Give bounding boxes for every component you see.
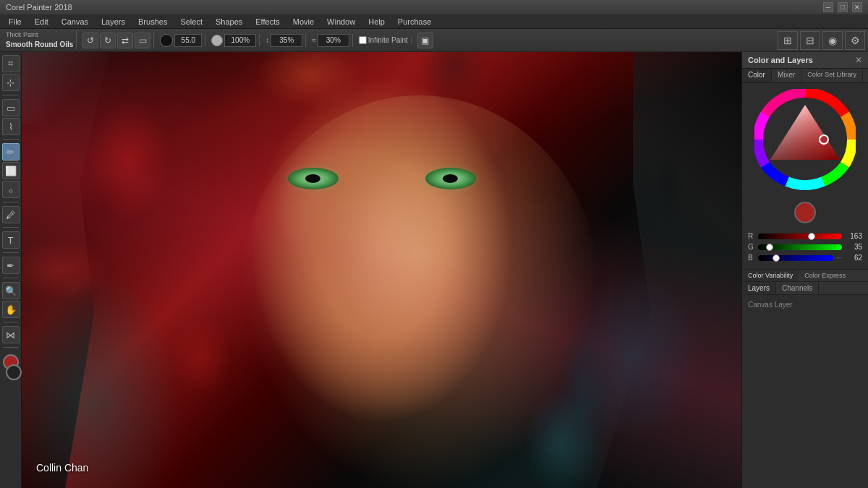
fill-tool[interactable]: ⬦	[2, 181, 20, 198]
mirror-tool[interactable]: ⋈	[2, 326, 20, 343]
tab-color[interactable]: Color	[742, 69, 772, 82]
infinite-paint-control: Infinite Paint	[356, 36, 412, 44]
layers-tabs: Layers Channels	[742, 282, 868, 295]
menu-window[interactable]: Window	[321, 16, 361, 27]
tool-separator-5	[3, 252, 19, 253]
color-tabs: Color Mixer Color Set Library	[742, 69, 868, 83]
svg-marker-3	[770, 105, 840, 160]
minimize-button[interactable]: ─	[823, 2, 833, 12]
brush-shape-square-button[interactable]: ▭	[135, 33, 150, 48]
green-label: G	[748, 243, 755, 251]
canvas-area[interactable]: Collin Chan	[22, 52, 741, 488]
brush-category-label: Thick Paint	[6, 31, 73, 40]
scratch-pad-button[interactable]: ▣	[417, 33, 433, 48]
blue-slider[interactable]	[758, 255, 833, 261]
bleed-input[interactable]	[318, 34, 349, 47]
color-wheel-svg	[754, 89, 856, 190]
main-toolbar: Thick Paint Smooth Round Oils ↺ ↻ ⇄ ▭ ↕ …	[0, 29, 868, 52]
artist-name: Collin Chan	[36, 462, 88, 474]
current-color-swatch[interactable]	[794, 202, 816, 223]
tool-separator-1	[3, 95, 19, 95]
layers-empty-message: Canvas Layer	[745, 298, 865, 312]
main-area: ⌗ ⊹ ▭ ⌇ ✏ ⬜ ⬦ 🖉 T ✒ 🔍 ✋ ⋈	[0, 52, 868, 488]
menu-select[interactable]: Select	[174, 16, 208, 27]
crop-tool[interactable]: ⌗	[2, 55, 20, 72]
zoom-tool[interactable]: 🔍	[2, 282, 20, 299]
menu-bar: File Edit Canvas Layers Brushes Select S…	[0, 14, 868, 29]
menu-shapes[interactable]: Shapes	[210, 16, 248, 27]
color-wheel-container	[742, 83, 868, 196]
rect-select-tool[interactable]: ▭	[2, 99, 20, 116]
brush-tool[interactable]: ✏	[2, 143, 20, 160]
app-title: Corel Painter 2018	[6, 3, 72, 12]
green-value: 35	[845, 243, 862, 251]
green-slider[interactable]	[758, 244, 842, 250]
color-wheel[interactable]	[754, 89, 856, 190]
brush-size-preview	[160, 34, 173, 47]
menu-edit[interactable]: Edit	[29, 16, 54, 27]
brush-size-input[interactable]	[174, 34, 202, 47]
top-right-toolbar: ⊞ ⊟ ◉ ⚙	[778, 31, 865, 50]
right-panel-header: Color and Layers ✕	[742, 52, 868, 69]
rgb-sliders: R 163 G 35 B ··· 62	[742, 229, 868, 267]
menu-movie[interactable]: Movie	[287, 16, 320, 27]
tab-mixer[interactable]: Mixer	[772, 69, 801, 82]
menu-file[interactable]: File	[3, 16, 27, 27]
zoom-button[interactable]: ⊟	[800, 31, 820, 50]
resat-input[interactable]	[271, 34, 302, 47]
menu-brushes[interactable]: Brushes	[132, 16, 173, 27]
flip-horizontal-button[interactable]: ⇄	[117, 33, 133, 48]
color-swatch-row	[742, 196, 868, 229]
next-variant-button[interactable]: ↻	[100, 33, 116, 48]
green-slider-thumb[interactable]	[766, 244, 773, 251]
close-button[interactable]: ✕	[852, 2, 862, 12]
red-slider-row: R 163	[748, 232, 862, 240]
tab-color-express[interactable]: Color Express	[799, 270, 851, 281]
left-toolbar: ⌗ ⊹ ▭ ⌇ ✏ ⬜ ⬦ 🖉 T ✒ 🔍 ✋ ⋈	[0, 52, 22, 488]
menu-layers[interactable]: Layers	[95, 16, 131, 27]
blue-value: 62	[845, 254, 862, 262]
maximize-button[interactable]: □	[838, 2, 848, 12]
eyedropper-tool[interactable]: 🖉	[2, 206, 20, 223]
green-slider-row: G 35	[748, 243, 862, 251]
infinite-paint-checkbox[interactable]	[359, 36, 367, 44]
pen-tool[interactable]: ✒	[2, 257, 20, 274]
tool-separator-3	[3, 202, 19, 202]
transform-tool[interactable]: ⊹	[2, 74, 20, 91]
right-panel-close-button[interactable]: ✕	[855, 55, 862, 65]
menu-effects[interactable]: Effects	[250, 16, 285, 27]
lasso-tool[interactable]: ⌇	[2, 118, 20, 135]
blue-dots: ···	[836, 254, 842, 262]
cv-tabs: Color Variability Color Express	[742, 269, 868, 282]
right-panel: Color and Layers ✕ Color Mixer Color Set…	[741, 52, 868, 488]
size-control	[157, 34, 205, 47]
eraser-tool[interactable]: ⬜	[2, 162, 20, 179]
opacity-control	[208, 34, 260, 47]
navigator-button[interactable]: ⊞	[778, 31, 798, 50]
tab-channels[interactable]: Channels	[776, 282, 819, 294]
hand-tool[interactable]: ✋	[2, 301, 20, 318]
media-button[interactable]: ◉	[822, 31, 843, 50]
red-slider[interactable]	[758, 234, 842, 239]
background-color-swatch[interactable]	[6, 364, 22, 380]
infinite-paint-label[interactable]: Infinite Paint	[359, 36, 408, 44]
tab-layers[interactable]: Layers	[742, 282, 776, 294]
menu-canvas[interactable]: Canvas	[56, 16, 94, 27]
window-controls[interactable]: ─ □ ✕	[823, 2, 862, 12]
tab-color-set-library[interactable]: Color Set Library	[801, 69, 863, 82]
opacity-preview	[211, 35, 223, 46]
title-bar: Corel Painter 2018 ─ □ ✕	[0, 0, 868, 14]
tool-separator-6	[3, 278, 19, 278]
blue-slider-thumb[interactable]	[773, 254, 780, 262]
tool-separator-8	[3, 347, 19, 348]
red-slider-thumb[interactable]	[808, 233, 815, 240]
menu-help[interactable]: Help	[362, 16, 391, 27]
tab-color-variability[interactable]: Color Variability	[742, 270, 799, 281]
text-tool[interactable]: T	[2, 231, 20, 249]
blue-label: B	[748, 254, 755, 262]
settings-button[interactable]: ⚙	[845, 31, 865, 50]
prev-variant-button[interactable]: ↺	[82, 33, 98, 48]
opacity-input[interactable]	[224, 34, 256, 47]
red-value: 163	[845, 232, 862, 240]
menu-purchase[interactable]: Purchase	[392, 16, 437, 27]
